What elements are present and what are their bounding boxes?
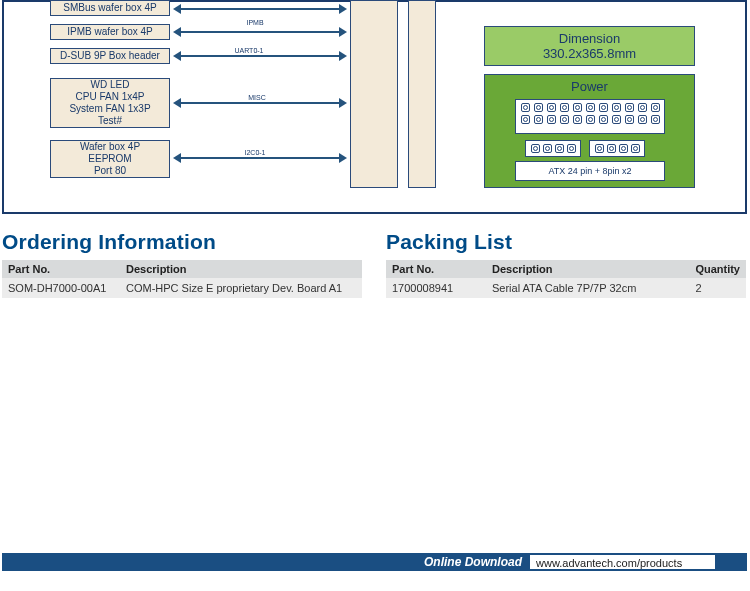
th-desc: Description — [486, 260, 689, 278]
ordering-section: Ordering Information Part No. Descriptio… — [2, 230, 362, 298]
download-label: Online Download — [424, 555, 530, 569]
td-desc: Serial ATA Cable 7P/7P 32cm — [486, 278, 689, 298]
power-label: ATX 24 pin + 8pin x2 — [548, 166, 631, 176]
packing-table: Part No. Description Quantity 1700008941… — [386, 260, 746, 298]
arrow-label-i2c: I2C0-1 — [220, 149, 290, 156]
th-qty: Quantity — [689, 260, 746, 278]
arrow-label-ipmb: IPMB — [220, 19, 290, 26]
box-label: Wafer box 4P — [80, 141, 140, 153]
power-label-box: ATX 24 pin + 8pin x2 — [515, 161, 665, 181]
arrow — [180, 8, 340, 10]
th-desc: Description — [120, 260, 362, 278]
packing-section: Packing List Part No. Description Quanti… — [386, 230, 746, 298]
panel-power: Power ATX 24 pin + 8pin x2 — [484, 74, 695, 188]
atx-24pin — [515, 99, 665, 134]
power-title: Power — [485, 75, 694, 94]
table-row: 1700008941 Serial ATA Cable 7P/7P 32cm 2 — [386, 278, 746, 298]
box-label: EEPROM — [88, 153, 131, 165]
packing-heading: Packing List — [386, 230, 746, 254]
box-ipmb-label: IPMB wafer box 4P — [67, 26, 153, 38]
box-label: Port 80 — [94, 165, 126, 177]
mid-block-right — [408, 0, 436, 188]
th-partno: Part No. — [2, 260, 120, 278]
dimension-title: Dimension — [485, 31, 694, 46]
box-group2: Wafer box 4P EEPROM Port 80 — [50, 140, 170, 178]
mid-block-left — [350, 0, 398, 188]
td-partno: SOM-DH7000-00A1 — [2, 278, 120, 298]
arrow — [180, 55, 340, 57]
box-group1: WD LED CPU FAN 1x4P System FAN 1x3P Test… — [50, 78, 170, 128]
ordering-heading: Ordering Information — [2, 230, 362, 254]
footer-bar: Online Download www.advantech.com/produc… — [2, 553, 747, 571]
pin-row — [521, 103, 660, 112]
arrow-label-misc: MISC — [222, 94, 292, 101]
box-smbus-label: SMBus wafer box 4P — [63, 2, 156, 14]
table-row: SOM-DH7000-00A1 COM-HPC Size E proprieta… — [2, 278, 362, 298]
box-label: CPU FAN 1x4P — [76, 91, 145, 103]
atx-8pin-2 — [589, 140, 645, 157]
arrow — [180, 31, 340, 33]
panel-dimension: Dimension 330.2x365.8mm — [484, 26, 695, 66]
box-dsub: D-SUB 9P Box header — [50, 48, 170, 64]
td-desc: COM-HPC Size E proprietary Dev. Board A1 — [120, 278, 362, 298]
block-diagram: SMBus wafer box 4P IPMB wafer box 4P D-S… — [2, 0, 747, 214]
atx-8pin-1 — [525, 140, 581, 157]
arrow-label-uart: UART0-1 — [214, 47, 284, 54]
box-label: WD LED — [91, 79, 130, 91]
box-label: Test# — [98, 115, 122, 127]
box-label: System FAN 1x3P — [69, 103, 150, 115]
bar-tail — [715, 553, 747, 571]
td-partno: 1700008941 — [386, 278, 486, 298]
arrow — [180, 157, 340, 159]
ordering-table: Part No. Description SOM-DH7000-00A1 COM… — [2, 260, 362, 298]
box-smbus: SMBus wafer box 4P — [50, 0, 170, 16]
pin-row — [521, 115, 660, 124]
download-url[interactable]: www.advantech.com/products — [530, 555, 715, 569]
box-dsub-label: D-SUB 9P Box header — [60, 50, 160, 62]
arrow — [180, 102, 340, 104]
box-ipmb: IPMB wafer box 4P — [50, 24, 170, 40]
td-qty: 2 — [689, 278, 746, 298]
th-partno: Part No. — [386, 260, 486, 278]
dimension-value: 330.2x365.8mm — [485, 46, 694, 61]
